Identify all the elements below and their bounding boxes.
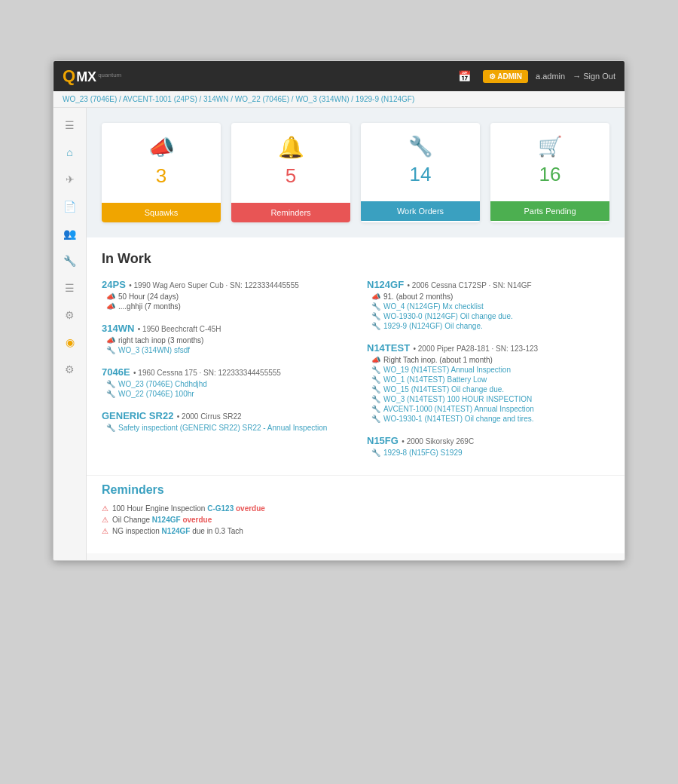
aircraft-item-link[interactable]: WO_22 (7046E) 100hr [118, 390, 194, 398]
reminder-text: Oil Change N124GF overdue [112, 516, 212, 524]
aircraft-name[interactable]: 314WN [102, 323, 134, 334]
sidebar-active-icon[interactable]: ◉ [59, 331, 81, 354]
aircraft-item-link[interactable]: WO_3 (N14TEST) 100 HOUR INSPECTION [383, 395, 532, 403]
sidebar-doc-icon[interactable]: 📄 [59, 195, 81, 218]
aircraft-name[interactable]: N14TEST [367, 342, 410, 354]
in-work-title: In Work [102, 251, 609, 267]
aircraft-item-link[interactable]: WO_15 (N14TEST) Oil change due. [383, 385, 504, 394]
aircraft-name[interactable]: N124GF [367, 279, 404, 290]
aircraft-item-link[interactable]: AVCENT-1000 (N14TEST) Annual Inspection [383, 405, 534, 413]
aircraft-name[interactable]: GENERIC SR22 [102, 410, 173, 421]
aircraft-item-text: ....ghhji (7 months) [118, 302, 181, 311]
aircraft-item-text: right tach inop (3 months) [118, 336, 203, 345]
sidebar-settings-icon[interactable]: ⚙ [59, 304, 81, 326]
reminder-suffix: due in 0.3 Tach [192, 527, 243, 535]
aircraft-item-link[interactable]: WO-1930-1 (N14TEST) Oil change and tires… [383, 415, 534, 423]
aircraft-item: 🔧WO_4 (N124GF) Mx checklist [371, 302, 609, 311]
alert-icon: ⚠ [102, 516, 108, 524]
aircraft-block: N14TEST • 2000 Piper PA28-181 · SN: 123-… [367, 341, 609, 423]
aircraft-block: 7046E • 1960 Cessna 175 · SN: 1223333444… [102, 365, 344, 398]
squawks-label: Squawks [102, 203, 221, 222]
wrench-item-icon: 🔧 [106, 346, 115, 354]
reminder-text: NG inspection N124GF due in 0.3 Tach [112, 527, 243, 535]
sidebar-menu-icon[interactable]: ☰ [59, 114, 81, 136]
reminders-icon: 🔔 [278, 135, 304, 160]
reminder-overdue: overdue [236, 504, 265, 513]
in-work-left-col: 24PS • 1990 Wag Aero Super Cub · SN: 122… [102, 277, 344, 467]
squawk-icon: 📣 [106, 336, 115, 345]
calendar-icon[interactable]: 📅 [458, 70, 471, 82]
aircraft-item: 🔧WO-1930-1 (N14TEST) Oil change and tire… [371, 415, 609, 423]
admin-badge[interactable]: ⚙ ADMIN [483, 70, 528, 83]
aircraft-item-text: Right Tach inop. (about 1 month) [383, 356, 493, 364]
aircraft-desc: • 2000 Sikorsky 269C [402, 437, 474, 446]
aircraft-item-text: 50 Hour (24 days) [118, 292, 179, 301]
stat-card-reminders[interactable]: 🔔 5 Reminders [231, 123, 350, 222]
reminder-highlight[interactable]: N124GF [162, 527, 191, 535]
squawk-icon: 📣 [371, 292, 380, 301]
wrench-item-icon: 🔧 [371, 312, 380, 320]
in-work-columns: 24PS • 1990 Wag Aero Super Cub · SN: 122… [102, 277, 609, 467]
breadcrumb: WO_23 (7046E) / AVCENT-1001 (24PS) / 314… [53, 91, 625, 108]
squawks-count: 3 [156, 164, 166, 188]
aircraft-block: 314WN • 1950 Beechcraft C-45H📣right tach… [102, 321, 344, 354]
wrench-item-icon: 🔧 [371, 449, 380, 457]
aircraft-item: 🔧WO_15 (N14TEST) Oil change due. [371, 385, 609, 394]
reminder-highlight[interactable]: C-G123 [207, 504, 234, 513]
stat-card-parts[interactable]: 🛒 16 Parts Pending [490, 123, 609, 222]
aircraft-item-link[interactable]: WO_19 (N14TEST) Annual Inspection [383, 366, 511, 374]
reminder-item: ⚠100 Hour Engine Inspection C-G123 overd… [102, 504, 609, 513]
aircraft-item-link[interactable]: WO_1 (N14TEST) Battery Low [383, 375, 487, 384]
wrench-item-icon: 🔧 [106, 424, 115, 432]
aircraft-item: 🔧WO_19 (N14TEST) Annual Inspection [371, 366, 609, 374]
aircraft-item: 📣right tach inop (3 months) [106, 336, 344, 345]
stat-card-workorders[interactable]: 🔧 14 Work Orders [361, 123, 480, 222]
signout-button[interactable]: → Sign Out [573, 72, 615, 81]
aircraft-name[interactable]: N15FG [367, 435, 399, 446]
reminders-label: Reminders [231, 203, 350, 222]
reminder-text: 100 Hour Engine Inspection C-G123 overdu… [112, 504, 265, 513]
reminders-section: Reminders ⚠100 Hour Engine Inspection C-… [87, 475, 625, 553]
aircraft-item-link[interactable]: 1929-8 (N15FG) S1929 [383, 449, 463, 457]
reminder-highlight[interactable]: N124GF [152, 516, 181, 524]
stats-area: 📣 3 Squawks 🔔 5 Reminders 🔧 14 [87, 108, 625, 237]
reminders-section-title: Reminders [102, 483, 609, 497]
alert-icon: ⚠ [102, 527, 108, 535]
logo-quantum: quantum [98, 72, 121, 78]
aircraft-desc: • 1960 Cessna 175 · SN: 122333344455555 [133, 369, 281, 377]
aircraft-desc: • 2006 Cessna C172SP · SN: N14GF [408, 281, 532, 289]
aircraft-item-text: 91. (about 2 months) [383, 292, 453, 301]
aircraft-desc: • 1950 Beechcraft C-45H [138, 325, 221, 333]
aircraft-item-link[interactable]: Safety inspectiont (GENERIC SR22) SR22 -… [118, 424, 327, 432]
sidebar-gear2-icon[interactable]: ⚙ [59, 358, 81, 381]
aircraft-item-link[interactable]: WO-1930-0 (N124GF) Oil change due. [383, 312, 513, 320]
wrench-item-icon: 🔧 [106, 380, 115, 388]
wrench-item-icon: 🔧 [371, 366, 380, 374]
aircraft-desc: • 1990 Wag Aero Super Cub · SN: 12233344… [129, 281, 299, 289]
aircraft-name[interactable]: 24PS [102, 279, 126, 290]
sidebar-wrench-icon[interactable]: 🔧 [59, 250, 81, 272]
reminder-item: ⚠Oil Change N124GF overdue [102, 516, 609, 524]
in-work-right-col: N124GF • 2006 Cessna C172SP · SN: N14GF📣… [367, 277, 609, 467]
wrench-item-icon: 🔧 [371, 322, 380, 330]
reminders-count: 5 [286, 164, 296, 188]
aircraft-block: GENERIC SR22 • 2000 Cirrus SR22🔧Safety i… [102, 409, 344, 432]
aircraft-item-link[interactable]: WO_23 (7046E) Chdhdjhd [118, 380, 207, 388]
sidebar-home-icon[interactable]: ⌂ [59, 141, 81, 164]
aircraft-item: 🔧WO_3 (314WN) sfsdf [106, 346, 344, 354]
workorders-count: 14 [410, 163, 432, 186]
stat-card-squawks[interactable]: 📣 3 Squawks [102, 123, 221, 222]
sidebar-plane-icon[interactable]: ✈ [59, 168, 81, 191]
aircraft-item: 🔧1929-8 (N15FG) S1929 [371, 449, 609, 457]
aircraft-item-link[interactable]: 1929-9 (N124GF) Oil change. [383, 322, 483, 330]
aircraft-item-link[interactable]: WO_4 (N124GF) Mx checklist [383, 302, 484, 311]
aircraft-item: 🔧WO_23 (7046E) Chdhdjhd [106, 380, 344, 388]
wrench-item-icon: 🔧 [106, 390, 115, 398]
aircraft-name[interactable]: 7046E [102, 366, 130, 378]
aircraft-block: N124GF • 2006 Cessna C172SP · SN: N14GF📣… [367, 277, 609, 330]
aircraft-item-link[interactable]: WO_3 (314WN) sfsdf [118, 346, 190, 354]
sidebar-bars-icon[interactable]: ☰ [59, 277, 81, 299]
wrench-item-icon: 🔧 [371, 415, 380, 423]
sidebar-people-icon[interactable]: 👥 [59, 222, 81, 245]
aircraft-item: 🔧WO_1 (N14TEST) Battery Low [371, 375, 609, 384]
